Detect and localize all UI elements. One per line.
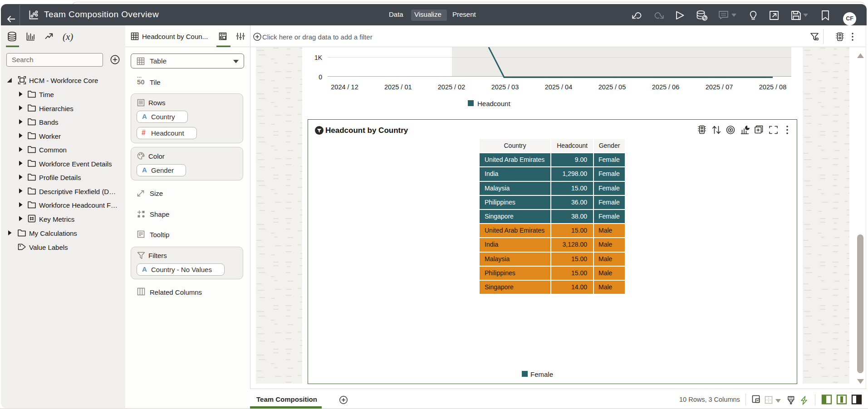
svg-text:Headcount by Coun...: Headcount by Coun...	[142, 33, 208, 40]
svg-text:50: 50	[137, 78, 145, 86]
svg-text:(x): (x)	[63, 31, 73, 42]
